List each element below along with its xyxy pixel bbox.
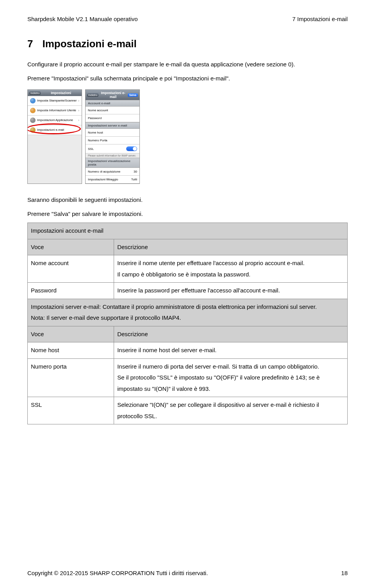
screenshot-group: Indietro Impostazioni Imposta Stampante/… — [27, 89, 348, 184]
intro-paragraph-1: Configurare il proprio account e-mail pe… — [27, 59, 348, 69]
cell-item: Nome account — [28, 255, 114, 283]
table-section-server: Impostazioni server e-mail: Contattare i… — [28, 299, 348, 326]
page-number: 18 — [341, 570, 348, 576]
section-server: Impostazioni server e-mail — [86, 122, 139, 129]
gear-icon — [30, 118, 36, 123]
row-port[interactable]: Numero Porta — [86, 137, 139, 144]
chapter-title: Impostazioni e-mail — [42, 38, 136, 50]
section-display: Impostazioni visualizzazione posta — [86, 158, 139, 168]
settings-row-userinfo[interactable]: Imposta Informazioni Utente › — [28, 106, 82, 116]
table-row: SSL Selezionare "I(ON)" se per collegare… — [28, 397, 348, 424]
header-right: 7 Impostazioni e-mail — [292, 16, 348, 22]
printer-icon — [30, 98, 36, 103]
cell-item: Nome host — [28, 342, 114, 359]
table-row: Numero porta Inserire il numero di porta… — [28, 358, 348, 397]
table-section-account: Impostazioni account e-mail — [28, 223, 348, 239]
cell-desc: Inserire il nome utente per effettuare l… — [114, 255, 348, 283]
chevron-right-icon: › — [78, 118, 79, 122]
table-row: Nome account Inserire il nome utente per… — [28, 255, 348, 283]
mail-icon — [30, 127, 36, 133]
table-header-desc: Descrizione — [114, 239, 348, 255]
after-paragraph-1: Saranno disponibili le seguenti impostaz… — [27, 195, 348, 205]
settings-row-email[interactable]: Impostazioni e-mail › — [28, 125, 82, 135]
screenshot-email-settings: Indietro Impostazioni e-mail Salva Accou… — [85, 89, 140, 184]
page-footer: Copyright © 2012-2015 SHARP CORPORATION … — [27, 570, 348, 576]
cell-item: Password — [28, 283, 114, 299]
phone-titlebar: Indietro Impostazioni e-mail Salva — [86, 90, 139, 100]
header-left: Sharpdesk Mobile V2.1 Manuale operativo — [27, 16, 138, 22]
table-header-item: Voce — [28, 326, 114, 342]
cell-item: Numero porta — [28, 358, 114, 397]
cell-item: SSL — [28, 397, 114, 424]
running-header: Sharpdesk Mobile V2.1 Manuale operativo … — [27, 16, 348, 22]
chevron-right-icon: › — [78, 128, 79, 132]
settings-table: Impostazioni account e-mail Voce Descriz… — [27, 223, 348, 424]
row-filter[interactable]: Impostazioni filtraggioTutti — [86, 176, 139, 184]
chevron-right-icon: › — [78, 99, 79, 103]
table-row: Password Inserire la password per effett… — [28, 283, 348, 299]
cell-desc: Inserire la password per effettuare l'ac… — [114, 283, 348, 299]
settings-row-app[interactable]: Impostazioni Applicazione › — [28, 116, 82, 125]
phone-title: Impostazioni — [42, 91, 80, 95]
settings-row-printer[interactable]: Imposta Stampante/Scanner › — [28, 96, 82, 106]
chevron-right-icon: › — [78, 109, 79, 112]
row-password[interactable]: Password — [86, 114, 139, 122]
table-header-item: Voce — [28, 239, 114, 255]
phone-empty-area — [28, 135, 82, 184]
cell-desc: Selezionare "I(ON)" se per collegare il … — [114, 397, 348, 424]
ssl-toggle[interactable] — [126, 146, 137, 151]
row-account-name[interactable]: Nome account — [86, 107, 139, 114]
row-ssl[interactable]: SSL — [86, 144, 139, 153]
save-button[interactable]: Salva — [128, 93, 138, 97]
screenshot-settings: Indietro Impostazioni Imposta Stampante/… — [27, 89, 82, 184]
chapter-heading: 7Impostazioni e-mail — [27, 38, 348, 50]
phone-titlebar: Indietro Impostazioni — [28, 90, 82, 96]
chapter-number: 7 — [27, 38, 33, 50]
table-row: Nome host Inserire il nome host del serv… — [28, 342, 348, 359]
cell-desc: Inserire il nome host del server e-mail. — [114, 342, 348, 359]
page: Sharpdesk Mobile V2.1 Manuale operativo … — [0, 0, 375, 588]
cell-desc: Inserire il numero di porta del server e… — [114, 358, 348, 397]
row-host[interactable]: Nome host — [86, 129, 139, 137]
back-button[interactable]: Indietro — [29, 91, 41, 95]
table-header-desc: Descrizione — [114, 326, 348, 342]
back-button[interactable]: Indietro — [87, 93, 98, 97]
copyright: Copyright © 2012-2015 SHARP CORPORATION … — [27, 570, 208, 576]
user-icon — [30, 108, 36, 113]
phone-title: Impostazioni e-mail — [100, 91, 126, 99]
intro-paragraph-2: Premere "Impostazioni" sulla schermata p… — [27, 73, 348, 84]
after-paragraph-2: Premere "Salva" per salvare le impostazi… — [27, 209, 348, 219]
section-account: Account e-mail — [86, 100, 139, 107]
row-acquire-count[interactable]: Numero di acquisizione30 — [86, 168, 139, 176]
imap-note: Please submit information for IMAP serve… — [86, 153, 139, 158]
